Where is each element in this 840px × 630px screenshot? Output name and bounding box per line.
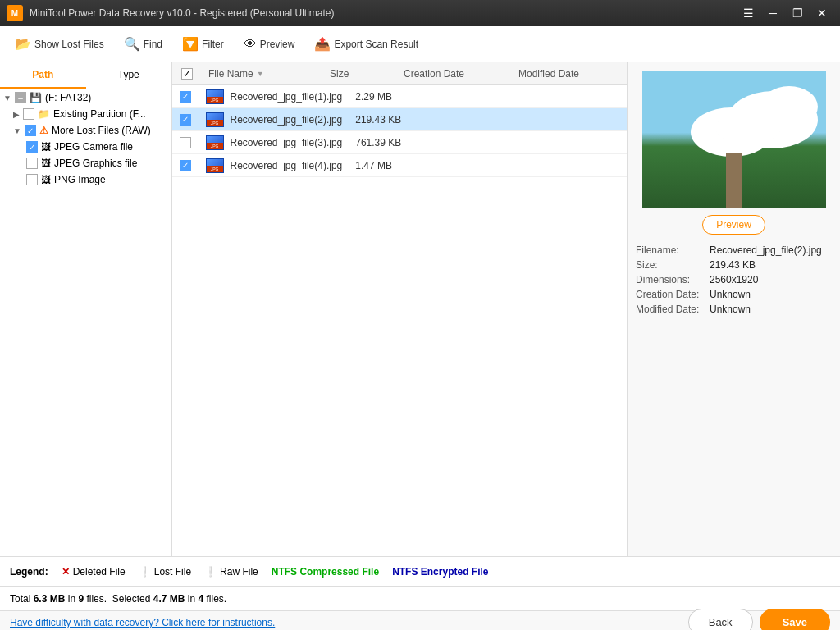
preview-size-row: Size: 219.43 KB [636, 259, 832, 271]
row4-check[interactable]: ✓ [172, 160, 199, 171]
legend-deleted: ✕ Deleted File [62, 566, 126, 578]
show-lost-files-button[interactable]: 📂 Show Lost Files [7, 33, 112, 55]
tree-item-more-lost[interactable]: ▼ ✓ ⚠ More Lost Files (RAW) [0, 122, 171, 139]
restore-button[interactable]: ❐ [786, 3, 809, 23]
preview-panel: Preview Filename: Recovered_jpg_file(2).… [627, 62, 840, 556]
row3-check[interactable] [172, 137, 199, 148]
modified-value: Unknown [710, 304, 751, 315]
checkbox-jpeg-graphics[interactable] [26, 158, 38, 169]
tree-item-existing[interactable]: ▶ 📁 Existing Partition (F... [0, 106, 171, 122]
checkbox-jpeg-camera[interactable]: ✓ [26, 141, 38, 153]
export-scan-button[interactable]: 📤 Export Scan Result [306, 33, 427, 55]
back-button[interactable]: Back [688, 609, 753, 630]
find-button[interactable]: 🔍 Find [116, 33, 171, 55]
raw-label: Raw File [220, 566, 258, 578]
bottom-bar: Have difficulty with data recovery? Clic… [0, 610, 840, 630]
image-icon-graphics: 🖼 [41, 158, 51, 169]
export-label: Export Scan Result [334, 39, 418, 50]
legend-lost: ❕ Lost File [139, 566, 191, 578]
preview-button[interactable]: Preview [702, 215, 765, 235]
row2-check[interactable]: ✓ [172, 114, 199, 126]
path-road [726, 153, 742, 208]
minimize-button[interactable]: ─ [761, 3, 784, 23]
row3-size: 761.39 KB [349, 137, 417, 148]
row1-name: JPG Recovered_jpg_file(1).jpg [199, 89, 349, 104]
legend-bar: Legend: ✕ Deleted File ❕ Lost File ❕ Raw… [0, 556, 840, 586]
app-title: MiniTool Power Data Recovery v10.0 - Reg… [30, 7, 334, 19]
tab-type[interactable]: Type [86, 62, 172, 89]
size-label: Size: [636, 259, 710, 271]
creation-label: Creation Date: [636, 289, 710, 300]
table-row[interactable]: ✓ JPG Recovered_jpg_file(4).jpg 1.47 MB [172, 154, 627, 177]
expand-arrow-existing: ▶ [13, 110, 20, 119]
file-icon-2: JPG [206, 112, 224, 127]
legend-ntfs-encrypted: NTFS Encrypted File [392, 566, 488, 578]
checkbox-png[interactable] [26, 174, 38, 185]
row3-checkbox[interactable] [180, 137, 191, 148]
dimensions-label: Dimensions: [636, 274, 710, 285]
checkbox-existing[interactable] [23, 108, 34, 120]
row1-size: 2.29 MB [349, 91, 417, 103]
image-icon-png: 🖼 [41, 174, 51, 185]
jpeg-graphics-label: JPEG Graphics file [54, 158, 137, 169]
titlebar: M MiniTool Power Data Recovery v10.0 - R… [0, 0, 840, 26]
row3-name: JPG Recovered_jpg_file(3).jpg [199, 135, 349, 150]
cloud2 [752, 98, 793, 123]
row4-checkbox[interactable]: ✓ [180, 160, 191, 171]
warning-icon-more-lost: ⚠ [39, 125, 48, 136]
preview-info: Filename: Recovered_jpg_file(2).jpg Size… [636, 244, 832, 318]
header-creation-date: Creation Date [397, 68, 512, 80]
preview-dimensions-row: Dimensions: 2560x1920 [636, 274, 832, 285]
find-icon: 🔍 [124, 36, 140, 52]
find-label: Find [144, 39, 162, 50]
help-link[interactable]: Have difficulty with data recovery? Clic… [10, 617, 275, 628]
filter-button[interactable]: 🔽 Filter [174, 33, 232, 55]
folder-icon: 📂 [15, 36, 31, 52]
table-row[interactable]: JPG Recovered_jpg_file(3).jpg 761.39 KB [172, 131, 627, 154]
menu-button[interactable]: ☰ [737, 3, 760, 23]
file-table-body: ✓ JPG Recovered_jpg_file(1).jpg 2.29 MB [172, 85, 627, 556]
checkbox-fat32[interactable]: – [15, 92, 26, 103]
dimensions-value: 2560x1920 [710, 274, 758, 285]
row1-check[interactable]: ✓ [172, 91, 199, 103]
preview-toolbar-button[interactable]: 👁 Preview [235, 34, 304, 55]
expand-arrow-fat32: ▼ [3, 94, 11, 103]
folder-icon-existing: 📁 [38, 108, 50, 120]
filter-label: Filter [202, 39, 224, 50]
checkbox-more-lost[interactable]: ✓ [25, 125, 36, 136]
filter-icon: 🔽 [182, 36, 199, 52]
header-check: ✓ [172, 68, 202, 80]
file-icon-1: JPG [206, 89, 224, 104]
ntfs-compressed-label: NTFS Compressed File [272, 566, 379, 578]
save-button[interactable]: Save [760, 609, 830, 630]
lost-icon: ❕ [139, 566, 151, 578]
filename-label: Filename: [636, 244, 710, 256]
tree-item-fat32[interactable]: ▼ – 💾 (F: FAT32) [0, 89, 171, 106]
tab-path[interactable]: Path [0, 62, 86, 89]
png-label: PNG Image [54, 174, 106, 185]
table-row[interactable]: ✓ JPG Recovered_jpg_file(1).jpg 2.29 MB [172, 85, 627, 108]
row1-checkbox[interactable]: ✓ [180, 91, 191, 103]
tree-item-jpeg-camera[interactable]: ✓ 🖼 JPEG Camera file [0, 139, 171, 155]
tree-item-png[interactable]: 🖼 PNG Image [0, 171, 171, 188]
file-panel: ✓ File Name ▼ Size Creation Date Modifie… [172, 62, 627, 556]
row4-name: JPG Recovered_jpg_file(4).jpg [199, 158, 349, 173]
window-controls: ☰ ─ ❐ ✕ [737, 3, 833, 23]
close-button[interactable]: ✕ [810, 3, 833, 23]
app-icon: M [7, 5, 23, 21]
tree-item-jpeg-graphics[interactable]: 🖼 JPEG Graphics file [0, 155, 171, 171]
table-row[interactable]: ✓ JPG Recovered_jpg_file(2).jpg 219.43 K… [172, 108, 627, 131]
preview-modified-row: Modified Date: Unknown [636, 304, 832, 315]
creation-value: Unknown [710, 289, 751, 300]
preview-creation-row: Creation Date: Unknown [636, 289, 832, 300]
header-size: Size [323, 68, 397, 80]
show-lost-files-label: Show Lost Files [34, 39, 104, 50]
filename-value: Recovered_jpg_file(2).jpg [710, 244, 822, 256]
file-icon-3: JPG [206, 135, 224, 150]
modified-label: Modified Date: [636, 304, 710, 315]
legend-raw: ❕ Raw File [204, 566, 258, 578]
row2-checkbox[interactable]: ✓ [180, 114, 191, 126]
toolbar: 📂 Show Lost Files 🔍 Find 🔽 Filter 👁 Prev… [0, 26, 840, 62]
select-all-checkbox[interactable]: ✓ [181, 68, 193, 80]
preview-label: Preview [260, 39, 295, 50]
